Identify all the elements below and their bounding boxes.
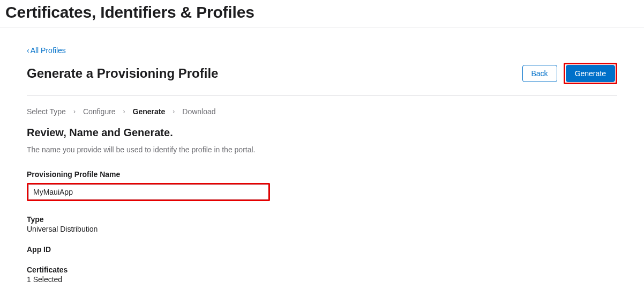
chevron-left-icon: ‹ — [27, 46, 29, 55]
crumb-select-type[interactable]: Select Type — [27, 107, 66, 116]
back-link-text: All Profiles — [31, 46, 66, 55]
page-header: Certificates, Identifiers & Profiles — [0, 0, 644, 27]
certificates-label: Certificates — [27, 265, 617, 274]
generate-button[interactable]: Generate — [566, 65, 615, 82]
appid-block: App ID — [27, 245, 617, 254]
type-label: Type — [27, 215, 617, 224]
certificates-value: 1 Selected — [27, 275, 617, 284]
profile-name-input[interactable] — [28, 184, 268, 200]
generate-highlight: Generate — [564, 63, 617, 84]
section-heading: Review, Name and Generate. — [27, 127, 617, 139]
main-content: ‹All Profiles Generate a Provisioning Pr… — [0, 46, 644, 284]
crumb-generate: Generate — [133, 107, 166, 116]
back-link-container: ‹All Profiles — [27, 46, 617, 55]
title-row: Generate a Provisioning Profile Back Gen… — [27, 63, 617, 95]
profile-name-highlight — [27, 183, 270, 201]
appid-label: App ID — [27, 245, 617, 254]
breadcrumb: Select Type › Configure › Generate › Dow… — [27, 107, 617, 116]
section-subtext: The name you provide will be used to ide… — [27, 145, 617, 154]
page-title: Certificates, Identifiers & Profiles — [5, 3, 639, 21]
certificates-block: Certificates 1 Selected — [27, 265, 617, 284]
back-button[interactable]: Back — [522, 65, 557, 82]
chevron-right-icon: › — [123, 108, 125, 115]
crumb-configure[interactable]: Configure — [83, 107, 116, 116]
profile-name-label: Provisioning Profile Name — [27, 170, 617, 179]
all-profiles-link[interactable]: ‹All Profiles — [27, 46, 66, 55]
type-value: Universal Distribution — [27, 225, 617, 233]
chevron-right-icon: › — [73, 108, 76, 115]
crumb-download: Download — [182, 107, 215, 116]
type-block: Type Universal Distribution — [27, 215, 617, 233]
chevron-right-icon: › — [173, 108, 175, 115]
subpage-title: Generate a Provisioning Profile — [27, 66, 218, 81]
action-buttons: Back Generate — [522, 63, 618, 84]
